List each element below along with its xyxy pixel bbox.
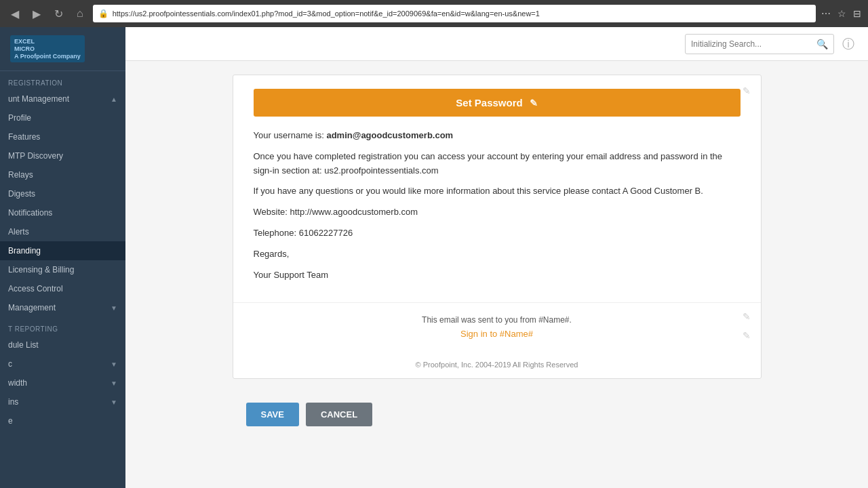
sidebar-item-label: MTP Discovery <box>8 151 63 161</box>
chevron-icon: ▼ <box>111 399 117 406</box>
logo-line3: A Proofpoint Company <box>14 53 81 60</box>
sidebar-item-label: e <box>8 416 13 426</box>
email-preview-card: ✎ Set Password ✎ Your username is: admin… <box>233 75 762 379</box>
sidebar-item-licensing[interactable]: Licensing & Billing <box>0 260 125 279</box>
chevron-icon: ▼ <box>111 361 117 368</box>
footer-link[interactable]: Sign in to #Name# <box>460 329 533 339</box>
sidebar-item-label: Features <box>8 132 40 142</box>
sidebar-item-digests[interactable]: Digests <box>0 184 125 203</box>
sidebar-item-label: Relays <box>8 170 33 180</box>
set-password-edit-icon: ✎ <box>530 98 538 108</box>
sidebar-item-access-control[interactable]: Access Control <box>0 279 125 298</box>
username-line: Your username is: admin@agoodcustomerb.c… <box>254 129 741 143</box>
nav-refresh-button[interactable]: ↻ <box>50 6 67 22</box>
cancel-button[interactable]: CANCEL <box>306 403 372 426</box>
search-input[interactable] <box>691 39 812 49</box>
sidebar-item-module-list[interactable]: dule List <box>0 336 125 354</box>
sidebar-item-c[interactable]: c ▼ <box>0 354 125 373</box>
footer-edit-icon-1[interactable]: ✎ <box>743 311 751 322</box>
logo-line2: MICRO <box>14 45 81 53</box>
set-password-label: Set Password <box>456 97 522 108</box>
sidebar-item-smtp-discovery[interactable]: MTP Discovery <box>0 146 125 165</box>
username-prefix: Your username is: <box>254 130 327 140</box>
browser-actions: ⋯ ☆ ⊟ <box>821 8 861 19</box>
chevron-icon: ▼ <box>111 380 117 387</box>
bookmark-icon[interactable]: ☆ <box>837 8 846 19</box>
sidebar-item-e[interactable]: e <box>0 411 125 430</box>
sidebar-item-management[interactable]: Management ▼ <box>0 298 125 317</box>
sidebar-item-account-management[interactable]: unt Management ▲ <box>0 89 125 108</box>
extensions-button[interactable]: ⋯ <box>821 8 831 19</box>
copyright-bar: © Proofpoint, Inc. 2004-2019 All Rights … <box>233 351 761 378</box>
telephone-line: Telephone: 61062227726 <box>254 226 741 241</box>
sidebar-item-relays[interactable]: Relays <box>0 165 125 184</box>
email-username-edit-icon[interactable]: ✎ <box>743 85 751 96</box>
bookmarks-list-icon[interactable]: ⊟ <box>853 8 861 19</box>
set-password-button[interactable]: Set Password ✎ <box>254 89 741 117</box>
username-value: admin@agoodcustomerb.com <box>326 130 453 140</box>
website-line: Website: http://www.agoodcustomerb.com <box>254 205 741 220</box>
sidebar-item-width[interactable]: width ▼ <box>0 373 125 392</box>
sidebar-item-label: Notifications <box>8 208 52 218</box>
search-box[interactable]: 🔍 <box>685 34 834 54</box>
sidebar-item-features[interactable]: Features <box>0 127 125 146</box>
sidebar-item-label: dule List <box>8 340 39 350</box>
chevron-icon: ▼ <box>111 304 117 312</box>
footer-edit-icon-2[interactable]: ✎ <box>743 330 751 341</box>
sidebar-item-profile[interactable]: Profile <box>0 108 125 127</box>
url-text: https://us2.proofpointessentials.com/ind… <box>113 9 540 18</box>
sign-off-line: Your Support Team <box>254 268 741 283</box>
content-area: ✎ Set Password ✎ Your username is: admin… <box>125 61 868 488</box>
sidebar-item-label: Profile <box>8 113 31 123</box>
search-icon[interactable]: 🔍 <box>816 39 828 49</box>
sidebar-item-label: Access Control <box>8 284 63 293</box>
copyright-text: © Proofpoint, Inc. 2004-2019 All Rights … <box>416 361 578 369</box>
sidebar-item-label: Digests <box>8 189 35 199</box>
email-body-section: ✎ Set Password ✎ Your username is: admin… <box>233 75 761 303</box>
sidebar-item-alerts[interactable]: Alerts <box>0 222 125 241</box>
sidebar-item-label: ins <box>8 397 18 407</box>
browser-chrome: ◀ ▶ ↻ ⌂ 🔒 https://us2.proofpointessentia… <box>0 0 868 27</box>
sidebar-item-label: Management <box>8 303 56 312</box>
sidebar-logo: EXCEL MICRO A Proofpoint Company <box>0 27 125 71</box>
sidebar-item-notifications[interactable]: Notifications <box>0 203 125 222</box>
sidebar-item-label: unt Management <box>8 94 69 104</box>
app-layout: EXCEL MICRO A Proofpoint Company REGISTR… <box>0 27 868 488</box>
body-para1: Once you have completed registration you… <box>254 150 741 178</box>
sidebar-item-branding[interactable]: Branding <box>0 241 125 260</box>
email-footer-section: ✎ ✎ This email was sent to you from #Nam… <box>233 303 761 351</box>
sidebar-item-label: c <box>8 359 12 369</box>
help-button[interactable]: ⓘ <box>842 36 854 52</box>
body-para2: If you have any questions or you would l… <box>254 184 741 199</box>
save-button[interactable]: SAVE <box>246 403 299 426</box>
sidebar-item-ins[interactable]: ins ▼ <box>0 392 125 411</box>
lock-icon: 🔒 <box>98 9 108 18</box>
section-reporting-label: T REPORTING <box>0 317 125 336</box>
logo: EXCEL MICRO A Proofpoint Company <box>10 35 85 62</box>
sidebar-item-label: Alerts <box>8 227 29 237</box>
sidebar-item-label: width <box>8 378 27 388</box>
main-content: 🔍 ⓘ ✎ Set Password ✎ Your username is: a… <box>125 27 868 488</box>
footer-text: This email was sent to you from #Name#. <box>254 315 741 325</box>
sidebar-item-label: Licensing & Billing <box>8 265 74 274</box>
nav-home-button[interactable]: ⌂ <box>73 6 87 21</box>
chevron-icon: ▲ <box>111 96 117 103</box>
section-registration-label: REGISTRATION <box>0 71 125 89</box>
logo-line1: EXCEL <box>14 38 81 45</box>
address-bar[interactable]: 🔒 https://us2.proofpointessentials.com/i… <box>93 5 816 22</box>
regards-line: Regards, <box>254 247 741 262</box>
sidebar: EXCEL MICRO A Proofpoint Company REGISTR… <box>0 27 125 488</box>
sidebar-item-label: Branding <box>8 246 41 256</box>
nav-back-button[interactable]: ◀ <box>7 6 23 22</box>
action-buttons: SAVE CANCEL <box>233 392 762 440</box>
top-bar: 🔍 ⓘ <box>125 27 868 61</box>
nav-forward-button[interactable]: ▶ <box>28 6 45 22</box>
